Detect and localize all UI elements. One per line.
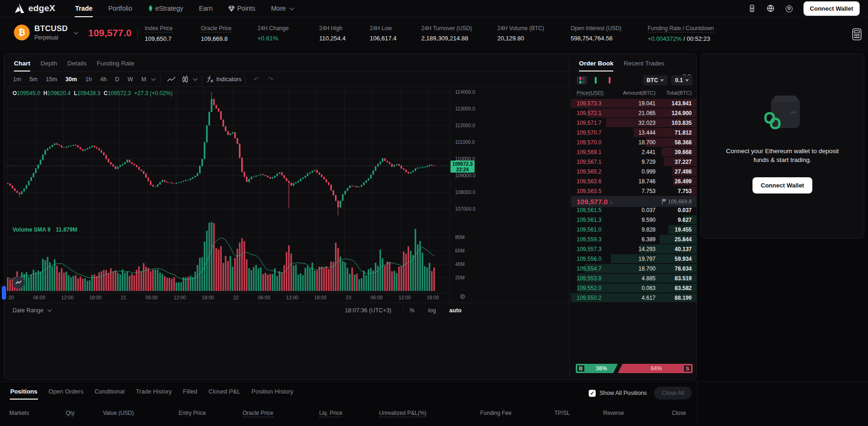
ask-row[interactable]: 109,565.20.99927.498: [571, 167, 696, 176]
settings-gear-icon[interactable]: [785, 4, 793, 13]
amount: 14.293: [638, 246, 656, 252]
price: 109,561.3: [577, 217, 619, 223]
ohlc-key: C: [104, 90, 108, 97]
positions-section: PositionsOpen OrdersConditionalTrade His…: [0, 381, 868, 426]
bid-row[interactable]: 109,550.24.61788.199: [571, 293, 696, 303]
tab-closed-p-l[interactable]: Closed P&L: [203, 383, 246, 400]
bid-row[interactable]: 109,561.39.5909.627: [571, 215, 696, 225]
edgex-logo-icon: [13, 3, 25, 14]
edgex-logo[interactable]: edgeX: [13, 3, 55, 14]
ob-tab-order-book[interactable]: Order Book: [574, 55, 618, 71]
ob-tab-recent-trades[interactable]: Recent Trades: [618, 55, 669, 71]
style-more-icon[interactable]: [193, 76, 198, 81]
calculator-icon[interactable]: [852, 28, 862, 40]
bid-row[interactable]: 109,554.718.70078.634: [571, 264, 696, 273]
redo-icon[interactable]: ↷: [264, 75, 278, 84]
bid-row[interactable]: 109,559.36.38925.844: [571, 234, 696, 244]
timeframe-4h[interactable]: 4h: [96, 74, 111, 84]
nav-item-earn[interactable]: Earn: [191, 0, 221, 17]
tab-conditional[interactable]: Conditional: [89, 383, 130, 400]
ask-row[interactable]: 109,571.732.023103.835: [571, 118, 696, 128]
undo-icon[interactable]: ↶: [249, 75, 264, 84]
ask-row[interactable]: 109,570.018.70058.368: [571, 137, 696, 147]
chart-scroll-handle[interactable]: [2, 286, 6, 300]
book-mode-asks-icon[interactable]: [604, 76, 615, 84]
ask-row[interactable]: 109,563.618.74626.499: [571, 176, 696, 186]
candlestick-chart[interactable]: [6, 89, 450, 301]
chart-tab-chart[interactable]: Chart: [9, 55, 35, 71]
date-range-button[interactable]: Date Range: [13, 307, 51, 314]
candle-countdown: 22:24: [450, 167, 475, 172]
timeframe-1h[interactable]: 1h: [81, 74, 96, 84]
nav-item-estrategy[interactable]: eStrategy: [140, 0, 191, 17]
tab-positions[interactable]: Positions: [5, 383, 43, 400]
book-mode-bids-icon[interactable]: [591, 76, 601, 84]
ask-row[interactable]: 109,572.121.065124.900: [571, 108, 696, 118]
timeframe-1m[interactable]: 1m: [9, 74, 25, 84]
tradingview-logo[interactable]: [13, 277, 25, 289]
timezone-gear-icon[interactable]: ⚙: [460, 293, 466, 300]
show-all-positions-checkbox[interactable]: ✓ Show All Positions: [589, 390, 647, 397]
bid-row[interactable]: 109,556.019.79759.934: [571, 254, 696, 264]
symbol-selector[interactable]: ₿ BTCUSD Perpetual: [14, 24, 77, 41]
amount: 2.441: [642, 149, 656, 155]
price: 109,561.5: [577, 207, 619, 213]
line-chart-icon[interactable]: [164, 76, 179, 83]
tab-filled[interactable]: Filled: [177, 383, 203, 400]
ask-row[interactable]: 109,573.319.041143.941: [571, 98, 696, 108]
price-axis-label: 113000.0: [455, 106, 475, 111]
percent-scale-button[interactable]: %: [408, 307, 417, 314]
oracle-price-flag[interactable]: 109,669.8: [662, 199, 692, 205]
col-amount: Amount(BTC): [623, 90, 656, 96]
bid-row[interactable]: 109,561.50.0370.037: [571, 205, 696, 215]
timeframe-w[interactable]: W: [123, 74, 137, 84]
unit-dropdown[interactable]: BTC: [643, 75, 668, 85]
timeframe-30m[interactable]: 30m: [61, 74, 81, 84]
date-range-label: Date Range: [13, 307, 44, 314]
timeframe-15m[interactable]: 15m: [42, 74, 61, 84]
timeframe-5m[interactable]: 5m: [25, 74, 41, 84]
amount: 0.063: [642, 285, 656, 291]
price-axis-label: 108000.0: [455, 189, 476, 195]
price-axis-label: 111000.0: [455, 139, 475, 145]
timeframe-d[interactable]: D: [111, 74, 123, 84]
precision-dropdown[interactable]: 0.1: [671, 75, 693, 85]
close-all-button[interactable]: Close All: [654, 387, 692, 400]
bid-row[interactable]: 109,561.09.82819.455: [571, 225, 696, 234]
bid-row[interactable]: 109,553.94.88583.519: [571, 273, 696, 283]
indicators-button[interactable]: Indicators: [206, 76, 241, 83]
ask-row[interactable]: 109,563.57.7537.753: [571, 186, 696, 196]
chevron-down-icon: [47, 307, 52, 312]
total: 88.199: [656, 295, 692, 301]
chart-tab-depth[interactable]: Depth: [35, 55, 62, 71]
log-scale-button[interactable]: log: [426, 307, 438, 314]
candlestick-style-icon[interactable]: [179, 76, 191, 83]
chart-clock[interactable]: 18:07:36 (UTC+3): [345, 307, 391, 314]
download-app-icon[interactable]: [748, 4, 756, 13]
amount: 4.885: [642, 275, 656, 282]
connect-wallet-button[interactable]: Connect Wallet: [804, 1, 860, 16]
connect-wallet-main-button[interactable]: Connect Wallet: [752, 177, 812, 194]
ask-row[interactable]: 109,569.12.44139.668: [571, 147, 696, 157]
tab-trade-history[interactable]: Trade History: [130, 383, 178, 400]
nav-item-points[interactable]: Points: [220, 0, 263, 17]
nav-item-more[interactable]: More: [263, 0, 301, 17]
nav-item-portfolio[interactable]: Portfolio: [100, 0, 140, 17]
tab-open-orders[interactable]: Open Orders: [43, 383, 89, 400]
timeframe-m[interactable]: M: [137, 74, 150, 84]
nav-item-trade[interactable]: Trade: [67, 0, 100, 17]
ask-row[interactable]: 109,567.19.72937.227: [571, 157, 696, 167]
timeframe-more-icon[interactable]: [151, 76, 156, 81]
ohlc-key: O: [13, 90, 17, 97]
chart-tab-details[interactable]: Details: [62, 55, 91, 71]
bid-row[interactable]: 109,552.00.06383.582: [571, 283, 696, 293]
ask-row[interactable]: 109,570.713.44471.812: [571, 128, 696, 137]
auto-scale-button[interactable]: auto: [448, 307, 463, 314]
chart-tab-funding-rate[interactable]: Funding Rate: [92, 55, 140, 71]
symbol-name: BTCUSD: [34, 24, 68, 33]
price: 109,565.2: [577, 168, 619, 175]
tab-position-history[interactable]: Position History: [246, 383, 299, 400]
language-globe-icon[interactable]: [766, 4, 775, 13]
book-mode-split-icon[interactable]: [577, 76, 587, 84]
bid-row[interactable]: 109,557.314.29340.137: [571, 244, 696, 254]
